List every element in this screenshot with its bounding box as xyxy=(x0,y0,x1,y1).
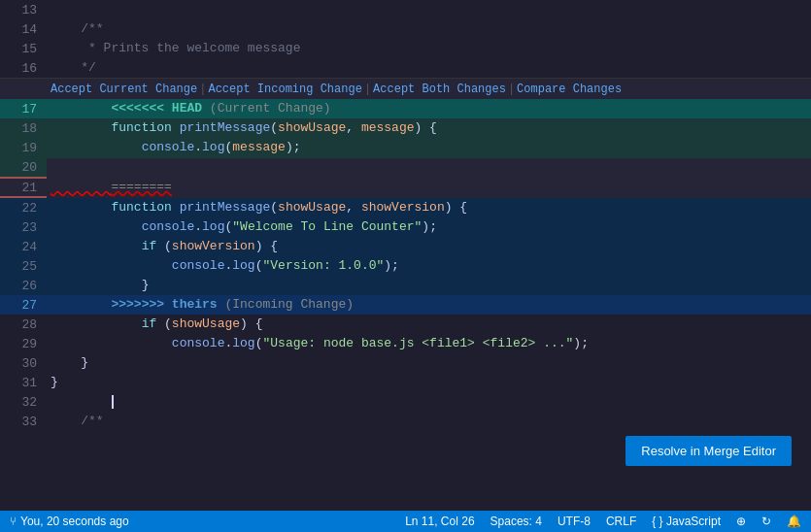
line-number: 14 xyxy=(0,22,47,37)
status-bar: ⑂ You, 20 seconds ago Ln 11, Col 26 Spac… xyxy=(0,511,811,532)
sync-icon: ↻ xyxy=(761,515,771,528)
encoding-label: UTF-8 xyxy=(558,515,591,528)
indentation[interactable]: Spaces: 4 xyxy=(490,515,542,528)
text-cursor xyxy=(112,395,114,409)
code-line: 14 /** xyxy=(0,19,811,39)
code-line: 19 console.log(message); xyxy=(0,138,811,157)
language-label: { } JavaScript xyxy=(652,515,721,528)
code-line: 30 } xyxy=(0,353,811,373)
language-mode[interactable]: { } JavaScript xyxy=(652,515,721,528)
code-line-cursor: 32 xyxy=(0,392,811,412)
position-label: Ln 11, Col 26 xyxy=(405,515,474,528)
line-content: /** xyxy=(47,412,811,431)
eol-label: CRLF xyxy=(606,515,636,528)
line-number: 17 xyxy=(0,102,47,116)
line-content: /** xyxy=(47,19,811,39)
notification-button[interactable]: 🔔 xyxy=(787,515,801,528)
line-number: 27 xyxy=(0,298,47,313)
editor-area: 13 14 /** 15 * Prints the welcome messag… xyxy=(0,0,811,495)
line-number: 13 xyxy=(0,3,47,17)
line-number: 18 xyxy=(0,121,47,136)
line-number: 16 xyxy=(0,61,47,76)
line-number: 30 xyxy=(0,356,47,371)
remote-button[interactable]: ⊕ xyxy=(736,515,746,528)
cursor-position[interactable]: Ln 11, Col 26 xyxy=(405,515,474,528)
code-line: 33 /** xyxy=(0,412,811,431)
git-status[interactable]: ⑂ You, 20 seconds ago xyxy=(10,515,129,528)
git-icon: ⑂ xyxy=(10,515,17,528)
line-number: 29 xyxy=(0,337,47,351)
encoding[interactable]: UTF-8 xyxy=(558,515,591,528)
code-line: 15 * Prints the welcome message xyxy=(0,39,811,58)
code-container: 13 14 /** 15 * Prints the welcome messag… xyxy=(0,0,811,495)
line-number: 21 xyxy=(0,181,47,195)
code-line: 13 xyxy=(0,0,811,19)
spaces-label: Spaces: 4 xyxy=(490,515,542,528)
line-number: 25 xyxy=(0,259,47,274)
line-number: 22 xyxy=(0,201,47,216)
line-content: */ xyxy=(47,58,811,78)
line-number: 33 xyxy=(0,415,47,429)
line-number: 23 xyxy=(0,220,47,235)
status-bar-right: Ln 11, Col 26 Spaces: 4 UTF-8 CRLF { } J… xyxy=(405,515,801,528)
line-number: 26 xyxy=(0,279,47,293)
remote-icon: ⊕ xyxy=(736,515,746,528)
line-number: 31 xyxy=(0,376,47,390)
line-number: 15 xyxy=(0,42,47,56)
eol[interactable]: CRLF xyxy=(606,515,636,528)
line-number: 19 xyxy=(0,141,47,155)
line-number: 24 xyxy=(0,240,47,254)
code-line: 29 console.log("Usage: node base.js <fil… xyxy=(0,334,811,353)
line-number: 28 xyxy=(0,317,47,332)
git-label: You, 20 seconds ago xyxy=(20,515,129,528)
line-content: * Prints the welcome message xyxy=(47,39,811,58)
resolve-in-merge-editor-button[interactable]: Resolve in Merge Editor xyxy=(625,436,792,466)
line-content: } xyxy=(47,353,811,373)
sync-button[interactable]: ↻ xyxy=(761,515,771,528)
code-line: 16 */ xyxy=(0,58,811,78)
status-bar-left: ⑂ You, 20 seconds ago xyxy=(10,515,129,528)
line-number: 32 xyxy=(0,395,47,410)
line-number: 20 xyxy=(0,160,47,175)
notification-icon: 🔔 xyxy=(787,515,801,528)
